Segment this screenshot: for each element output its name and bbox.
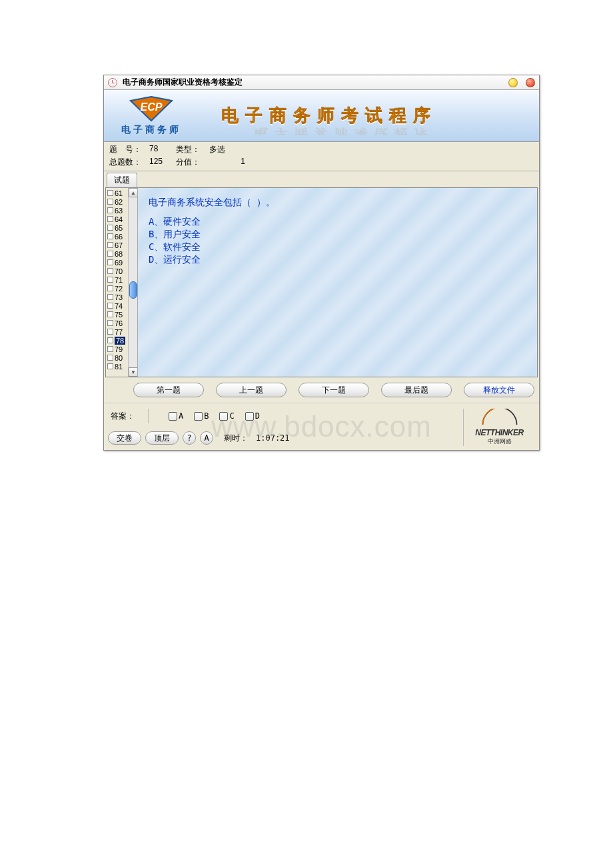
qlist-item-76[interactable]: 76: [106, 319, 129, 327]
checkbox-icon[interactable]: [107, 216, 113, 222]
qlist-number: 81: [115, 363, 123, 371]
checkbox-icon[interactable]: [107, 320, 113, 326]
nav-row: 第一题 上一题 下一题 最后题 释放文件: [104, 377, 539, 403]
checkbox-icon[interactable]: [107, 251, 113, 257]
tab-question[interactable]: 试题: [107, 173, 137, 187]
qlist-item-73[interactable]: 73: [106, 293, 129, 301]
qlist-item-81[interactable]: 81: [106, 362, 129, 371]
qlist-number: 78: [115, 337, 125, 345]
qlist-item-79[interactable]: 79: [106, 345, 129, 353]
checkbox-icon[interactable]: [107, 303, 113, 309]
qlist-number: 62: [115, 198, 123, 206]
type-label: 类型：: [176, 144, 209, 155]
checkbox-icon[interactable]: [107, 207, 113, 213]
qlist-number: 70: [115, 267, 123, 275]
qlist-item-61[interactable]: 61: [106, 189, 129, 197]
checkbox-icon[interactable]: [107, 242, 113, 248]
tab-bar: 试题: [104, 171, 539, 187]
help-button[interactable]: ?: [183, 431, 196, 445]
separator: [148, 409, 149, 423]
q-no-value: 78: [149, 144, 176, 155]
window-title: 电子商务师国家职业资格考核鉴定: [123, 77, 500, 88]
prev-button[interactable]: 上一题: [216, 383, 287, 397]
qlist-item-69[interactable]: 69: [106, 258, 129, 267]
qlist-item-75[interactable]: 75: [106, 310, 129, 319]
qlist-number: 80: [115, 354, 123, 362]
last-button[interactable]: 最后题: [381, 383, 452, 397]
qlist-item-66[interactable]: 66: [106, 232, 129, 241]
checkbox-icon[interactable]: [107, 346, 113, 352]
qlist-item-63[interactable]: 63: [106, 206, 129, 215]
checkbox-icon[interactable]: [107, 363, 113, 369]
score-value: 1: [209, 157, 249, 168]
scrollbar[interactable]: ▲ ▼: [128, 188, 137, 377]
answer-label: 答案：: [111, 411, 135, 422]
qlist-item-71[interactable]: 71: [106, 275, 129, 284]
answer-checkbox-c[interactable]: C: [219, 411, 234, 421]
scroll-up-icon[interactable]: ▲: [129, 188, 138, 197]
logo: ECP 电子商务师: [121, 95, 181, 136]
close-button[interactable]: [526, 78, 535, 87]
checkbox-icon[interactable]: [107, 233, 113, 239]
submit-button[interactable]: 交卷: [108, 431, 141, 445]
qlist-item-72[interactable]: 72: [106, 284, 129, 293]
qlist-item-65[interactable]: 65: [106, 223, 129, 232]
answer-checkbox-d[interactable]: D: [245, 411, 260, 421]
checkbox-icon[interactable]: [107, 259, 113, 265]
qlist-number: 68: [115, 250, 123, 258]
top-button[interactable]: 顶层: [145, 431, 179, 445]
checkbox-icon[interactable]: [107, 199, 113, 205]
scroll-down-icon[interactable]: ▼: [129, 367, 138, 377]
checkbox-icon[interactable]: [107, 225, 113, 231]
checkbox-icon[interactable]: [107, 337, 113, 343]
answer-checkbox-a[interactable]: A: [169, 411, 183, 421]
qlist-item-70[interactable]: 70: [106, 267, 129, 275]
option-b: B、用户安全: [149, 228, 526, 241]
question-list: 6162636465666768697071727374757677787980…: [106, 188, 138, 377]
svg-text:ECP: ECP: [141, 101, 163, 113]
qlist-item-62[interactable]: 62: [106, 197, 129, 206]
timer-label: 剩时：: [224, 433, 248, 444]
content-area: 6162636465666768697071727374757677787980…: [105, 187, 538, 377]
qlist-number: 63: [115, 207, 123, 215]
qlist-item-67[interactable]: 67: [106, 241, 129, 249]
brand-logo: NETTHINKER 中洲网路: [463, 409, 535, 446]
qlist-number: 76: [115, 319, 123, 327]
qlist-number: 79: [115, 345, 123, 353]
lower-panel: www.bdocx.com 答案： A B C D 交卷 顶层 ? A 剩时： …: [104, 403, 539, 450]
qlist-number: 65: [115, 224, 123, 232]
checkbox-icon[interactable]: [107, 329, 113, 335]
qlist-item-64[interactable]: 64: [106, 215, 129, 223]
first-button[interactable]: 第一题: [133, 383, 204, 397]
brand-name: NETTHINKER: [475, 428, 523, 437]
qlist-item-80[interactable]: 80: [106, 353, 129, 362]
minimize-button[interactable]: [508, 78, 518, 87]
option-c: C、软件安全: [149, 241, 526, 253]
answer-checkbox-b[interactable]: B: [194, 411, 209, 421]
checkbox-icon[interactable]: [107, 277, 113, 283]
checkbox-icon[interactable]: [107, 355, 113, 361]
release-button[interactable]: 释放文件: [464, 383, 534, 397]
checkbox-icon[interactable]: [107, 268, 113, 274]
scroll-thumb[interactable]: [129, 281, 137, 299]
checkbox-icon[interactable]: [107, 285, 113, 291]
checkbox-icon[interactable]: [107, 311, 113, 317]
qlist-item-74[interactable]: 74: [106, 301, 129, 310]
qlist-number: 66: [115, 233, 123, 241]
qlist-number: 67: [115, 241, 123, 249]
qlist-item-77[interactable]: 77: [106, 327, 129, 336]
score-label: 分值：: [176, 157, 209, 168]
app-window: 电子商务师国家职业资格考核鉴定 ECP 电子商务师 电子商务师考试程序 电子商务…: [103, 75, 540, 451]
qlist-item-78[interactable]: 78: [106, 336, 129, 345]
titlebar: 电子商务师国家职业资格考核鉴定: [104, 75, 539, 90]
a-button[interactable]: A: [200, 431, 213, 445]
qlist-number: 69: [115, 259, 123, 267]
next-button[interactable]: 下一题: [299, 383, 369, 397]
option-d: D、运行安全: [149, 253, 526, 266]
banner-reflection: 电子商务师考试程序: [255, 125, 434, 136]
checkbox-icon[interactable]: [107, 190, 113, 196]
question-body: 电子商务系统安全包括（ ）。 A、硬件安全 B、用户安全 C、软件安全 D、运行…: [138, 188, 537, 377]
qlist-item-68[interactable]: 68: [106, 249, 129, 258]
timer-value: 1:07:21: [256, 433, 290, 443]
checkbox-icon[interactable]: [107, 294, 113, 300]
